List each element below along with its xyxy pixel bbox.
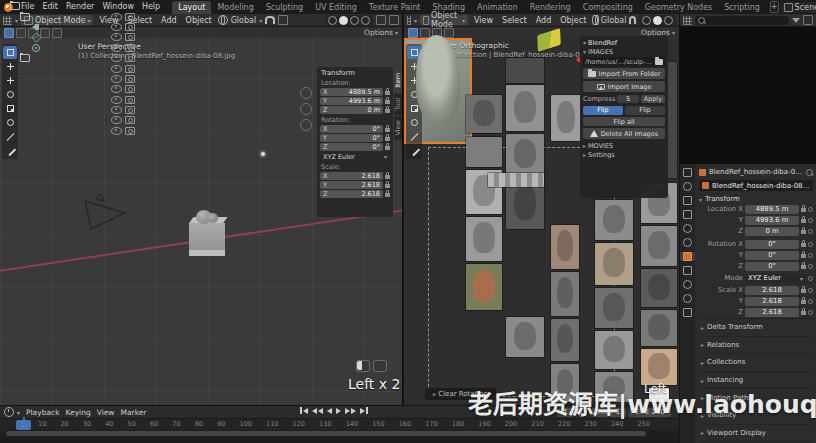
animate-dot-icon[interactable] (808, 242, 813, 247)
disable-render-icon[interactable] (125, 85, 135, 93)
delete-all-images-button[interactable]: Delete All Images (583, 128, 665, 139)
tool-transform[interactable] (407, 116, 421, 129)
timeline-editor-icon[interactable] (4, 407, 14, 417)
section-viewport-display[interactable]: ▸Viewport Display (699, 424, 813, 442)
xray-icon[interactable] (389, 15, 399, 25)
transform-section-header[interactable]: ▾Transform (699, 194, 813, 204)
rotation-z-field[interactable]: 0° (745, 262, 799, 271)
reference-thumbnail-strip[interactable] (488, 173, 544, 187)
reference-thumbnail[interactable] (641, 226, 677, 266)
mode-selector[interactable]: Object Mode ▾ (21, 15, 93, 25)
reference-thumbnail[interactable] (466, 217, 502, 261)
lock-icon[interactable] (385, 146, 390, 150)
workspace-tab[interactable]: Geometry Nodes (639, 1, 718, 14)
camera-view-gizmo-icon[interactable] (300, 119, 312, 131)
rendered-shading-icon[interactable] (361, 16, 370, 25)
hide-eye-icon[interactable] (111, 44, 122, 52)
tool-transform[interactable] (3, 116, 17, 129)
play-reverse-button[interactable] (327, 408, 332, 414)
properties-tab-object[interactable] (680, 252, 695, 261)
workspace-tab[interactable]: Compositing (577, 1, 639, 14)
lock-icon[interactable] (801, 230, 806, 234)
lock-icon[interactable] (385, 193, 390, 197)
import-from-folder-button[interactable]: Import From Folder (583, 68, 665, 79)
location-x-field[interactable]: 4889.5 m (745, 205, 799, 214)
rotation-z-field[interactable]: Z0° (320, 143, 383, 151)
disable-render-icon[interactable] (125, 33, 135, 41)
menu-select[interactable]: Select (499, 16, 530, 25)
lock-icon[interactable] (801, 208, 806, 212)
reference-thumbnail[interactable] (595, 331, 633, 369)
scale-x-field[interactable]: 2.618 (745, 286, 799, 295)
next-keyframe-button[interactable] (345, 408, 356, 414)
lock-icon[interactable] (801, 289, 806, 293)
wireframe-shading-icon[interactable] (328, 16, 337, 25)
npanel-tab-item[interactable]: Item (394, 69, 402, 92)
tool-cursor[interactable] (3, 60, 17, 73)
select-mode-extend-icon[interactable] (420, 28, 430, 38)
rotation-mode-select[interactable]: XYZ Euler▾ (745, 274, 806, 283)
lock-icon[interactable] (385, 175, 390, 179)
reference-thumbnail[interactable] (641, 349, 677, 385)
lock-icon[interactable] (801, 311, 806, 315)
reference-thumbnail[interactable] (595, 288, 633, 328)
tool-annotate[interactable] (3, 130, 17, 143)
tool-measure[interactable] (407, 144, 421, 157)
solid-shading-icon[interactable] (653, 16, 662, 25)
reference-thumbnail[interactable] (551, 225, 579, 269)
location-z-field[interactable]: Z0 m (320, 106, 383, 114)
workspace-tab[interactable]: Modeling (211, 1, 259, 14)
editor-type-icon[interactable] (683, 16, 692, 25)
lock-icon[interactable] (801, 265, 806, 269)
reference-thumbnail[interactable] (595, 243, 633, 285)
animate-dot-icon[interactable] (808, 276, 813, 281)
reference-thumbnail[interactable] (641, 269, 677, 307)
wireframe-shading-icon[interactable] (642, 16, 651, 25)
rotation-y-field[interactable]: Y0° (320, 134, 383, 142)
timeline-menu[interactable]: View (94, 408, 118, 417)
viewport-3d[interactable]: Options▾ User Perspective (1) Collection… (0, 27, 402, 405)
properties-tab-tool[interactable] (680, 168, 695, 177)
reference-thumbnail[interactable] (506, 134, 544, 176)
npanel-title[interactable]: Transform (321, 69, 390, 77)
reference-thumbnail[interactable] (551, 319, 579, 361)
shading-mode-switch[interactable] (325, 15, 373, 26)
orientation-label[interactable]: Global (231, 16, 257, 25)
snap-magnet-icon[interactable] (629, 16, 636, 24)
hide-eye-icon[interactable] (111, 13, 122, 21)
lock-icon[interactable] (385, 100, 390, 104)
scale-y-field[interactable]: Y2.618 (320, 181, 383, 189)
rotation-x-field[interactable]: 0° (745, 240, 799, 249)
reference-thumbnail[interactable] (466, 95, 502, 133)
shading-mode-switch[interactable] (639, 15, 676, 26)
images-section-header[interactable]: IMAGES (588, 48, 613, 56)
mode-selector[interactable]: Object Mode ▾ (420, 15, 468, 25)
npanel-tab-view[interactable]: View (394, 116, 402, 139)
disable-render-icon[interactable] (125, 127, 135, 135)
animate-dot-icon[interactable] (808, 310, 813, 315)
disable-render-icon[interactable] (125, 75, 135, 83)
editor-type-icon[interactable] (407, 16, 411, 25)
outliner-filter-icon[interactable] (803, 15, 813, 25)
tool-move[interactable] (3, 74, 17, 87)
topbar-menu[interactable]: Help (138, 0, 164, 14)
overlays-icon[interactable] (376, 15, 386, 25)
movies-section-header[interactable]: MOVIES (588, 142, 613, 150)
pan-gizmo-icon[interactable] (300, 103, 312, 115)
blendref-panel-title[interactable]: BlendRef (588, 39, 617, 47)
disable-render-icon[interactable] (125, 54, 135, 62)
folder-path-field[interactable]: /home/us/…/sculp-refs/ (583, 57, 665, 66)
properties-tab-render[interactable] (680, 182, 695, 191)
topbar-menu[interactable]: Edit (38, 0, 62, 14)
lock-icon[interactable] (801, 300, 806, 304)
location-x-field[interactable]: X4889.5 m (320, 88, 383, 96)
reference-thumbnail[interactable] (466, 264, 502, 310)
reference-thumbnail[interactable] (551, 95, 581, 141)
menu-add[interactable]: Add (158, 16, 180, 25)
properties-tab-particles[interactable] (680, 280, 695, 289)
disable-render-icon[interactable] (125, 13, 135, 21)
solid-shading-icon[interactable] (339, 16, 348, 25)
properties-tab-physics[interactable] (680, 294, 695, 303)
topbar-menu[interactable]: Render (62, 0, 98, 14)
properties-tab-object-data[interactable] (680, 308, 695, 317)
